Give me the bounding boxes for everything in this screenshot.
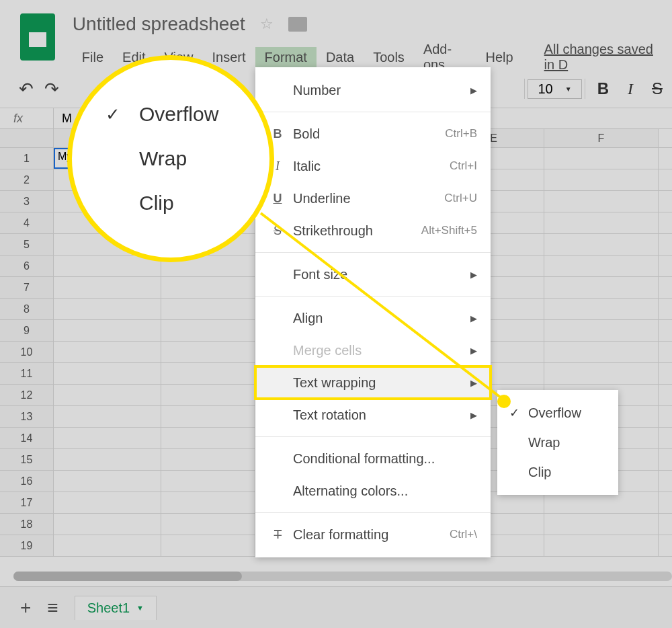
- cell[interactable]: [54, 299, 161, 319]
- cell[interactable]: [161, 342, 255, 362]
- cell[interactable]: [544, 169, 659, 190]
- cell[interactable]: [544, 299, 659, 319]
- folder-icon[interactable]: [288, 17, 307, 32]
- row-header[interactable]: 4: [0, 212, 54, 233]
- cell[interactable]: [161, 535, 255, 556]
- cell[interactable]: [544, 234, 659, 255]
- select-all-corner[interactable]: [0, 129, 54, 147]
- cell[interactable]: [54, 471, 161, 492]
- cell[interactable]: [161, 299, 255, 319]
- zoom-item-overflow: ✓ Overflow: [106, 103, 269, 126]
- row-header[interactable]: 14: [0, 428, 54, 448]
- cell[interactable]: [161, 320, 255, 341]
- row-header[interactable]: 5: [0, 234, 54, 255]
- menu-item-italic[interactable]: IItalicCtrl+I: [255, 150, 491, 182]
- redo-icon[interactable]: ↷: [39, 79, 65, 100]
- menu-item-number[interactable]: Number▶: [255, 74, 491, 106]
- cell[interactable]: [544, 148, 659, 169]
- strikethrough-button[interactable]: S: [642, 79, 672, 98]
- cell[interactable]: [544, 342, 659, 362]
- submenu-item-overflow[interactable]: ✓Overflow: [497, 398, 618, 428]
- cell[interactable]: [54, 342, 161, 362]
- cell[interactable]: [161, 277, 255, 298]
- row-header[interactable]: 19: [0, 535, 54, 556]
- cell[interactable]: [544, 320, 659, 341]
- cell[interactable]: [161, 406, 255, 427]
- menu-format[interactable]: Format: [255, 47, 317, 68]
- cell[interactable]: [161, 514, 255, 535]
- row-header[interactable]: 16: [0, 471, 54, 492]
- cell[interactable]: [54, 428, 161, 448]
- row-header[interactable]: 2: [0, 169, 54, 190]
- cell[interactable]: [544, 492, 659, 513]
- menu-item-underline[interactable]: UUnderlineCtrl+U: [255, 182, 491, 214]
- menu-file[interactable]: File: [73, 47, 113, 68]
- formula-value[interactable]: M: [54, 112, 72, 126]
- sheet-tab[interactable]: Sheet1 ▼: [75, 596, 157, 620]
- menu-item-align[interactable]: Align▶: [255, 302, 491, 334]
- menu-item-alternating-colors[interactable]: Alternating colors...: [255, 475, 491, 507]
- cell[interactable]: [544, 212, 659, 233]
- menu-help[interactable]: Help: [476, 47, 522, 68]
- cell[interactable]: [544, 535, 659, 556]
- column-header[interactable]: F: [544, 129, 659, 147]
- check-icon: ✓: [509, 405, 528, 420]
- menu-item-clear-formatting[interactable]: T̶Clear formattingCtrl+\: [255, 518, 491, 551]
- cell[interactable]: [544, 277, 659, 298]
- document-title[interactable]: Untitled spreadsheet: [73, 13, 245, 35]
- menu-item-text-wrapping[interactable]: Text wrapping▶: [255, 366, 491, 399]
- cell[interactable]: [54, 535, 161, 556]
- row-header[interactable]: 13: [0, 406, 54, 427]
- cell[interactable]: [54, 492, 161, 513]
- cell[interactable]: [54, 385, 161, 405]
- bold-button[interactable]: B: [588, 79, 618, 98]
- menu-item-strikethrough[interactable]: SStrikethroughAlt+Shift+5: [255, 214, 491, 247]
- row-header[interactable]: 15: [0, 449, 54, 470]
- clear-formatting-icon: T̶: [267, 527, 288, 542]
- save-status[interactable]: All changes saved in D: [535, 39, 672, 75]
- cell[interactable]: [544, 363, 659, 384]
- cell[interactable]: [54, 449, 161, 470]
- star-icon[interactable]: ☆: [260, 15, 274, 33]
- menu-item-bold[interactable]: BBoldCtrl+B: [255, 118, 491, 150]
- scrollbar-thumb[interactable]: [13, 572, 242, 581]
- submenu-item-wrap[interactable]: Wrap: [497, 428, 618, 457]
- undo-icon[interactable]: ↶: [13, 79, 39, 100]
- cell[interactable]: [54, 363, 161, 384]
- row-header[interactable]: 1: [0, 148, 54, 169]
- row-header[interactable]: 12: [0, 385, 54, 405]
- cell[interactable]: [54, 320, 161, 341]
- cell[interactable]: [544, 514, 659, 535]
- cell[interactable]: [161, 492, 255, 513]
- italic-button[interactable]: I: [618, 80, 642, 98]
- cell[interactable]: [544, 256, 659, 276]
- add-sheet-button[interactable]: +: [20, 597, 31, 619]
- row-header[interactable]: 17: [0, 492, 54, 513]
- horizontal-scrollbar[interactable]: [13, 572, 672, 581]
- row-header[interactable]: 6: [0, 256, 54, 276]
- cell[interactable]: [161, 471, 255, 492]
- sheet-list-button[interactable]: ≡: [47, 597, 58, 619]
- row-header[interactable]: 18: [0, 514, 54, 535]
- font-size-selector[interactable]: 10 ▼: [528, 79, 581, 99]
- cell[interactable]: [54, 406, 161, 427]
- menu-tools[interactable]: Tools: [364, 47, 414, 68]
- cell[interactable]: [161, 428, 255, 448]
- row-header[interactable]: 10: [0, 342, 54, 362]
- cell[interactable]: [161, 449, 255, 470]
- menu-data[interactable]: Data: [317, 47, 364, 68]
- cell[interactable]: [54, 277, 161, 298]
- submenu-item-clip[interactable]: Clip: [497, 457, 618, 487]
- row-header[interactable]: 3: [0, 191, 54, 212]
- cell[interactable]: [54, 514, 161, 535]
- row-header[interactable]: 8: [0, 299, 54, 319]
- cell[interactable]: [544, 191, 659, 212]
- row-header[interactable]: 11: [0, 363, 54, 384]
- menu-item-conditional-formatting[interactable]: Conditional formatting...: [255, 442, 491, 475]
- cell[interactable]: [161, 385, 255, 405]
- menu-item-text-rotation[interactable]: Text rotation▶: [255, 399, 491, 431]
- row-header[interactable]: 7: [0, 277, 54, 298]
- menu-item-fontsize[interactable]: Font size▶: [255, 258, 491, 290]
- row-header[interactable]: 9: [0, 320, 54, 341]
- cell[interactable]: [161, 363, 255, 384]
